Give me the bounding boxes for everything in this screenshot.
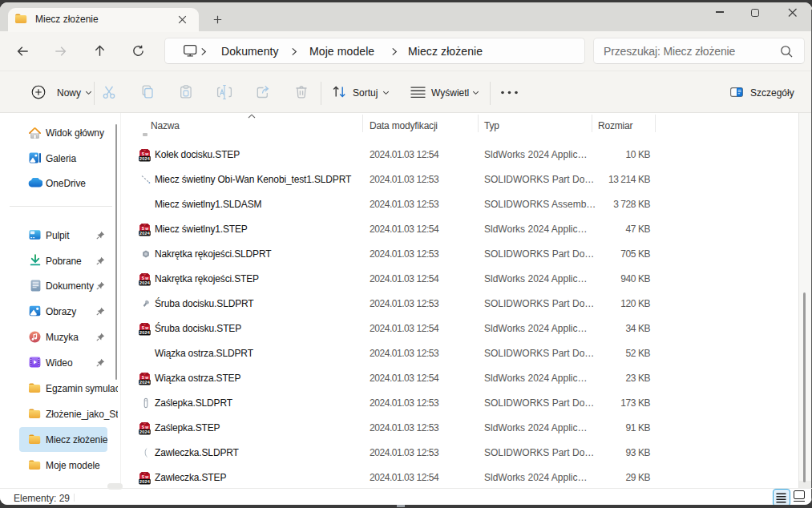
svg-text:2024: 2024 — [139, 156, 151, 161]
svg-text:2024: 2024 — [139, 479, 151, 484]
svg-text:2024: 2024 — [139, 380, 151, 385]
svg-text:2024: 2024 — [139, 280, 151, 285]
svg-text:2024: 2024 — [139, 231, 151, 236]
svg-text:2024: 2024 — [139, 429, 151, 434]
svg-text:2024: 2024 — [139, 330, 151, 335]
